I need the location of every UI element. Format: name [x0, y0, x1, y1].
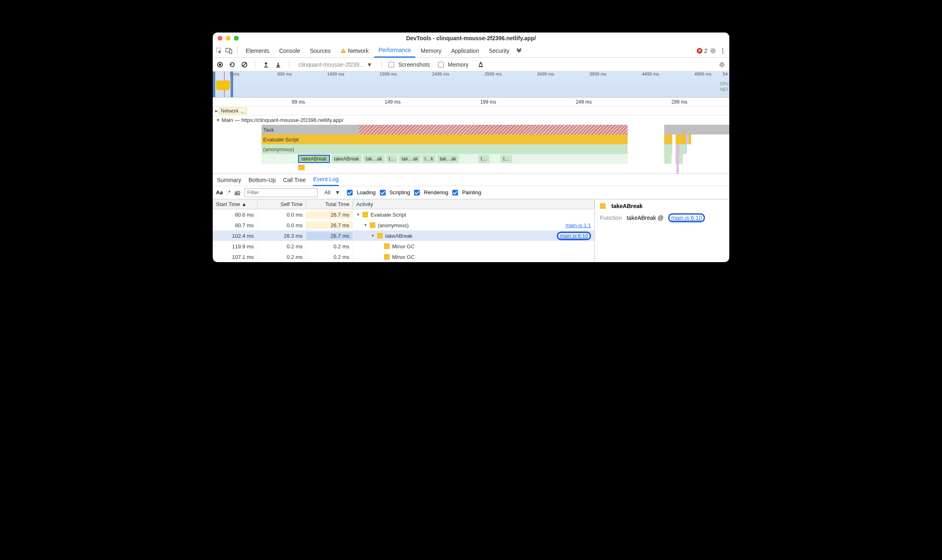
expand-icon[interactable]: ▼: [364, 223, 367, 227]
table-row[interactable]: 119.9 ms0.2 ms0.2 msMinor GC: [213, 241, 595, 252]
col-total-time[interactable]: Total Time: [306, 200, 353, 209]
upload-icon[interactable]: [262, 61, 270, 69]
screenshots-checkbox[interactable]: [388, 62, 394, 67]
detail-ruler: 99 ms149 ms199 ms249 ms299 ms: [213, 98, 729, 106]
col-self-time[interactable]: Self Time: [257, 200, 306, 209]
tab-application[interactable]: Application: [447, 44, 483, 58]
profile-dropdown[interactable]: clinquant-mousse-2f239… ▼: [296, 60, 375, 69]
gear-icon[interactable]: [718, 61, 726, 69]
tab-event-log[interactable]: Event Log: [313, 174, 339, 186]
activity-label: Evaluate Script: [371, 212, 406, 218]
regex-icon[interactable]: .*: [227, 189, 231, 195]
flame-call[interactable]: tak…ak: [399, 155, 421, 163]
flame-task[interactable]: Task: [262, 125, 628, 135]
expand-icon[interactable]: ▼: [356, 213, 360, 217]
window-title: DevTools - clinquant-mousse-2f2396.netli…: [406, 35, 536, 41]
clear-icon[interactable]: [240, 61, 249, 69]
gear-icon[interactable]: [709, 47, 717, 55]
whole-word-icon[interactable]: ab: [234, 189, 240, 195]
download-icon[interactable]: [274, 61, 282, 69]
minimize-window[interactable]: [226, 36, 231, 41]
painting-checkbox[interactable]: [452, 190, 458, 195]
network-label: Network …: [219, 108, 247, 114]
detail-source-link[interactable]: main.js:6:10: [668, 213, 704, 222]
memory-checkbox[interactable]: [438, 62, 444, 67]
flame-call[interactable]: t…k: [422, 155, 436, 163]
match-case-icon[interactable]: Aa: [216, 189, 223, 195]
garbage-icon[interactable]: [477, 61, 485, 69]
flame-call[interactable]: tak…ak: [363, 155, 385, 163]
flame-call[interactable]: takeABreak: [331, 155, 362, 163]
flame-call[interactable]: tak…ak: [437, 155, 459, 163]
error-count[interactable]: ✕ 2: [697, 48, 707, 54]
devtools-window: DevTools - clinquant-mousse-2f2396.netli…: [213, 33, 729, 262]
activity-label: Minor GC: [392, 254, 415, 260]
tab-elements[interactable]: Elements: [242, 44, 273, 58]
event-log-table: Start Time ▲ Self Time Total Time Activi…: [213, 200, 595, 262]
loading-checkbox[interactable]: [347, 190, 353, 195]
reload-icon[interactable]: [228, 61, 236, 69]
flame-evaluate-script[interactable]: Evaluate Script: [262, 135, 628, 144]
category-color-icon: [370, 222, 375, 228]
table-row[interactable]: 107.1 ms0.2 ms0.2 msMinor GC: [213, 252, 595, 262]
tab-performance[interactable]: Performance: [374, 44, 415, 58]
detail-title: takeABreak: [600, 203, 724, 209]
rendering-checkbox[interactable]: [414, 190, 420, 195]
svg-rect-4: [343, 52, 343, 52]
tab-network[interactable]: Network: [336, 44, 373, 58]
level-dropdown[interactable]: All ▼: [322, 188, 343, 197]
tab-sources[interactable]: Sources: [306, 44, 335, 58]
col-start-time[interactable]: Start Time ▲: [213, 200, 257, 209]
filter-input[interactable]: [244, 188, 318, 197]
svg-rect-13: [479, 66, 483, 67]
kebab-menu-icon[interactable]: [719, 47, 727, 55]
table-row[interactable]: 80.7 ms0.0 ms26.7 ms▼(anonymous)main.js:…: [213, 220, 595, 230]
flame-call[interactable]: t…: [501, 155, 512, 163]
separator: [237, 47, 238, 54]
filter-bar: Aa .* ab All ▼ Loading Scripting Renderi…: [213, 186, 729, 199]
flame-call[interactable]: t…: [478, 155, 489, 163]
tab-console[interactable]: Console: [275, 44, 304, 58]
record-icon[interactable]: [216, 61, 224, 69]
range-handle-left[interactable]: [213, 72, 215, 97]
flame-call[interactable]: t…: [386, 155, 397, 163]
table-header: Start Time ▲ Self Time Total Time Activi…: [213, 200, 595, 209]
col-activity[interactable]: Activity: [353, 200, 595, 209]
range-handle-right[interactable]: [231, 72, 233, 97]
flame-chart[interactable]: Task Evaluate Script (anonymous) takeABr…: [213, 125, 664, 174]
detail-pane: takeABreak Function takeABreak @ main.js…: [595, 200, 729, 262]
category-color-icon: [377, 233, 383, 239]
close-window[interactable]: [218, 36, 222, 41]
activity-label: Minor GC: [392, 243, 415, 250]
tab-memory[interactable]: Memory: [417, 44, 446, 58]
svg-rect-3: [343, 50, 343, 52]
category-color-icon: [384, 254, 390, 260]
table-row[interactable]: 80.6 ms0.0 ms26.7 ms▼Evaluate Script: [213, 209, 595, 220]
fullscreen-window[interactable]: [234, 36, 239, 41]
inspect-icon[interactable]: [215, 47, 223, 55]
main-thread-header[interactable]: ▼ Main — https://clinquant-mousse-2f2396…: [213, 115, 729, 125]
scripting-checkbox[interactable]: [380, 190, 386, 195]
warning-icon: [340, 48, 346, 54]
source-link[interactable]: main.js:1:1: [565, 222, 591, 228]
tab-security[interactable]: Security: [485, 44, 514, 58]
svg-point-10: [219, 63, 221, 66]
activity-label: takeABreak: [385, 233, 412, 239]
separator: [255, 61, 255, 68]
network-track[interactable]: ▶ Network …: [213, 106, 729, 115]
flame-call-selected[interactable]: takeABreak: [298, 155, 330, 163]
more-tabs-icon[interactable]: [515, 47, 523, 55]
source-link[interactable]: main.js:6:10: [557, 232, 591, 240]
svg-point-7: [722, 50, 724, 51]
expand-icon[interactable]: ▼: [371, 234, 375, 238]
tab-bottom-up[interactable]: Bottom-Up: [249, 177, 276, 183]
device-toggle-icon[interactable]: [225, 47, 233, 55]
error-icon: ✕: [697, 48, 702, 54]
flame-anonymous[interactable]: (anonymous): [262, 144, 628, 154]
tab-summary[interactable]: Summary: [217, 177, 241, 183]
tab-call-tree[interactable]: Call Tree: [283, 177, 306, 183]
overview-timeline[interactable]: 9 ms 999 ms 1499 ms 1999 ms 2499 ms 2999…: [213, 72, 729, 98]
overview-labels: CPU NET: [720, 81, 728, 93]
table-row[interactable]: 102.4 ms26.3 ms26.7 ms▼takeABreakmain.js…: [213, 230, 595, 241]
svg-point-6: [722, 48, 724, 49]
